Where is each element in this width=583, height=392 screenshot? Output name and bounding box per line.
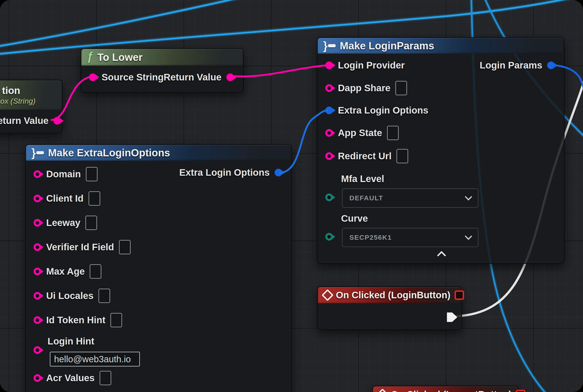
acr-values-text-field[interactable] bbox=[100, 371, 111, 385]
ui-locales-text-field[interactable] bbox=[98, 288, 110, 303]
login-hint-input-pin[interactable] bbox=[34, 346, 41, 354]
event-diamond-icon bbox=[376, 388, 388, 392]
extra-login-options-pin-label: Extra Login Options bbox=[338, 105, 428, 116]
node-to-lower-title: To Lower bbox=[97, 51, 142, 63]
node-on-clicked-logoutbutton-title: On Clicked (LogoutButton) bbox=[391, 389, 512, 392]
mfa-level-selected-value: DEFAULT bbox=[350, 194, 383, 202]
node-on-clicked-logoutbutton[interactable]: On Clicked (LogoutButton) bbox=[372, 386, 519, 392]
extra-login-options-output-pin[interactable] bbox=[274, 169, 282, 176]
node-to-lower-header[interactable]: ƒ To Lower bbox=[81, 49, 243, 66]
node-text-box-partial[interactable]: tion ox (String) eturn Value bbox=[0, 80, 63, 133]
id-token-hint-text-field[interactable] bbox=[110, 313, 122, 327]
return-value-output-pin[interactable] bbox=[226, 74, 234, 81]
wire-blue-diagonal-1[interactable] bbox=[0, 0, 242, 46]
max-age-pin-label: Max Age bbox=[46, 266, 85, 277]
node-subtitle-fragment: ox (String) bbox=[0, 97, 36, 106]
app-state-text-field[interactable] bbox=[387, 126, 399, 140]
chevron-down-icon bbox=[465, 232, 472, 240]
curve-dropdown[interactable]: SECP256K1 bbox=[342, 228, 478, 247]
wire-string-tolower-to-loginprovider[interactable] bbox=[230, 65, 327, 76]
client-id-input-pin[interactable] bbox=[34, 195, 41, 202]
node-on-clicked-logoutbutton-header[interactable]: On Clicked (LogoutButton) bbox=[373, 386, 518, 392]
acr-values-input-pin[interactable] bbox=[34, 374, 41, 382]
ui-locales-input-pin[interactable] bbox=[34, 292, 41, 300]
domain-pin-label: Domain bbox=[46, 169, 81, 180]
node-make-loginparams-header[interactable]: } Make LoginParams bbox=[318, 38, 564, 54]
client-id-text-field[interactable] bbox=[88, 191, 100, 206]
node-make-loginparams-title: Make LoginParams bbox=[340, 40, 434, 52]
acr-values-pin-label: Acr Values bbox=[46, 373, 94, 384]
domain-text-field[interactable] bbox=[86, 167, 98, 181]
return-value-pin-label: eturn Value bbox=[0, 115, 48, 126]
redirect-url-input-pin[interactable] bbox=[325, 152, 333, 160]
node-title-fragment: tion bbox=[0, 85, 20, 96]
dapp-share-pin-label: Dapp Share bbox=[338, 83, 390, 94]
node-text-box-partial-header[interactable]: tion ox (String) bbox=[0, 80, 62, 110]
max-age-text-field[interactable] bbox=[90, 264, 101, 279]
login-params-pin-label: Login Params bbox=[480, 60, 542, 71]
redirect-url-pin-label: Redirect Url bbox=[338, 151, 392, 162]
function-icon: ƒ bbox=[87, 50, 93, 62]
source-string-pin-label: Source String bbox=[102, 72, 164, 83]
max-age-input-pin[interactable] bbox=[34, 268, 41, 275]
leeway-input-pin[interactable] bbox=[34, 219, 41, 227]
delegate-square-icon[interactable] bbox=[516, 390, 525, 392]
login-params-output-pin[interactable] bbox=[547, 62, 555, 69]
node-on-clicked-loginbutton[interactable]: On Clicked (LoginButton) bbox=[317, 286, 462, 330]
make-struct-icon: } bbox=[323, 40, 336, 52]
login-hint-text-field[interactable]: hello@web3auth.io bbox=[50, 352, 140, 366]
node-make-extraloginoptions[interactable]: } Make ExtraLoginOptions Domain Extra Lo… bbox=[25, 144, 292, 392]
dapp-share-input-pin[interactable] bbox=[325, 84, 333, 92]
app-state-input-pin[interactable] bbox=[325, 129, 333, 137]
wire-blue-glow bbox=[0, 0, 242, 46]
node-make-extraloginoptions-header[interactable]: } Make ExtraLoginOptions bbox=[26, 145, 291, 161]
login-provider-pin-label: Login Provider bbox=[338, 60, 404, 71]
exec-output-pin[interactable] bbox=[447, 312, 457, 322]
node-make-loginparams[interactable]: } Make LoginParams Login Provider Login … bbox=[317, 37, 564, 264]
curve-selected-value: SECP256K1 bbox=[350, 234, 392, 241]
event-diamond-icon bbox=[322, 289, 334, 301]
redirect-url-text-field[interactable] bbox=[396, 149, 408, 163]
curve-pin-label: Curve bbox=[341, 213, 368, 224]
verifier-id-field-pin-label: Verifier Id Field bbox=[46, 242, 114, 252]
collapse-node-chevron-icon[interactable] bbox=[437, 251, 446, 260]
mfa-level-input-pin[interactable] bbox=[325, 194, 333, 201]
verifier-id-field-input-pin[interactable] bbox=[34, 243, 41, 251]
app-state-pin-label: App State bbox=[338, 128, 382, 138]
node-on-clicked-loginbutton-title: On Clicked (LoginButton) bbox=[336, 290, 450, 300]
leeway-pin-label: Leeway bbox=[46, 218, 80, 228]
node-on-clicked-loginbutton-header[interactable]: On Clicked (LoginButton) bbox=[318, 287, 461, 303]
leeway-text-field[interactable] bbox=[86, 216, 97, 230]
login-hint-pin-label: Login Hint bbox=[48, 336, 94, 347]
id-token-hint-input-pin[interactable] bbox=[34, 316, 41, 324]
id-token-hint-pin-label: Id Token Hint bbox=[46, 315, 106, 326]
ui-locales-pin-label: Ui Locales bbox=[46, 290, 94, 301]
domain-input-pin[interactable] bbox=[34, 170, 41, 178]
mfa-level-dropdown[interactable]: DEFAULT bbox=[342, 188, 478, 208]
login-provider-input-pin[interactable] bbox=[325, 62, 333, 69]
delegate-square-icon[interactable] bbox=[454, 290, 464, 300]
extra-login-options-pin-label: Extra Login Options bbox=[179, 167, 270, 178]
chevron-down-icon bbox=[465, 193, 472, 200]
return-value-output-pin[interactable] bbox=[54, 117, 61, 124]
curve-input-pin[interactable] bbox=[325, 233, 333, 240]
blueprint-graph-canvas[interactable]: tion ox (String) eturn Value ƒ To Lower … bbox=[0, 0, 583, 392]
make-struct-icon: } bbox=[31, 147, 44, 158]
node-to-lower[interactable]: ƒ To Lower Source String Return Value bbox=[81, 48, 244, 93]
dapp-share-text-field[interactable] bbox=[395, 81, 407, 95]
extra-login-options-input-pin[interactable] bbox=[325, 106, 333, 114]
node-make-extraloginoptions-title: Make ExtraLoginOptions bbox=[48, 147, 170, 159]
return-value-pin-label: Return Value bbox=[164, 72, 222, 83]
verifier-id-field-text-field[interactable] bbox=[119, 240, 131, 254]
client-id-pin-label: Client Id bbox=[46, 193, 84, 204]
mfa-level-pin-label: Mfa Level bbox=[341, 174, 384, 184]
source-string-input-pin[interactable] bbox=[89, 74, 97, 81]
